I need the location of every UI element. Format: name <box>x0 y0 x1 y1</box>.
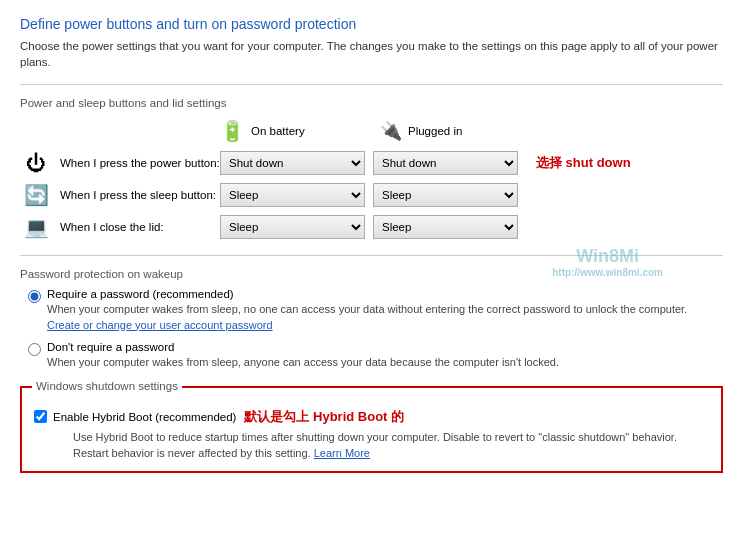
hybrid-boot-content: Enable Hybrid Boot (recommended) 默认是勾上 H… <box>53 408 709 461</box>
no-password-radio[interactable] <box>28 343 41 356</box>
password-section: Password protection on wakeup Require a … <box>20 268 723 370</box>
learn-more-link[interactable]: Learn More <box>314 447 370 459</box>
sleep-button-label: When I press the sleep button: <box>60 189 220 201</box>
lid-row: 💻 When I close the lid: Do nothing Sleep… <box>20 215 723 239</box>
no-password-desc: When your computer wakes from sleep, any… <box>47 355 559 370</box>
battery-column-header: 🔋 On battery <box>220 119 380 143</box>
windows-shutdown-title: Windows shutdown settings <box>32 380 182 392</box>
hybrid-boot-desc: Use Hybrid Boot to reduce startup times … <box>73 430 709 461</box>
lid-selects: Do nothing Sleep Hibernate Shut down Tur… <box>220 215 518 239</box>
section-divider-2 <box>20 255 723 256</box>
power-button-annotation: 选择 shut down <box>536 154 631 172</box>
watermark-line1: Win8Mi <box>552 246 663 267</box>
power-button-label: When I press the power button: <box>60 157 220 169</box>
sleep-button-battery-select[interactable]: Do nothing Sleep Hibernate Shut down Tur… <box>220 183 365 207</box>
lid-battery-select[interactable]: Do nothing Sleep Hibernate Shut down Tur… <box>220 215 365 239</box>
section-divider <box>20 84 723 85</box>
sleep-button-icon: 🔄 <box>20 183 52 207</box>
battery-label: On battery <box>251 125 305 137</box>
lid-icon: 💻 <box>20 215 52 239</box>
require-password-content: Require a password (recommended) When yo… <box>47 288 723 333</box>
hybrid-boot-checkbox[interactable] <box>34 410 47 423</box>
no-password-option: Don't require a password When your compu… <box>28 341 723 370</box>
require-password-option: Require a password (recommended) When yo… <box>28 288 723 333</box>
require-password-desc: When your computer wakes from sleep, no … <box>47 302 723 333</box>
require-password-radio[interactable] <box>28 290 41 303</box>
hybrid-boot-label: Enable Hybrid Boot (recommended) 默认是勾上 H… <box>53 408 709 426</box>
sleep-button-plugged-select[interactable]: Do nothing Sleep Hibernate Shut down Tur… <box>373 183 518 207</box>
require-password-title: Require a password (recommended) <box>47 288 723 300</box>
power-section-label: Power and sleep buttons and lid settings <box>20 97 723 109</box>
page-title: Define power buttons and turn on passwor… <box>20 16 723 32</box>
sleep-button-selects: Do nothing Sleep Hibernate Shut down Tur… <box>220 183 518 207</box>
power-button-battery-select[interactable]: Do nothing Sleep Hibernate Shut down Tur… <box>220 151 365 175</box>
power-header-row: 🔋 On battery 🔌 Plugged in <box>220 119 723 143</box>
power-button-row: ⏻ When I press the power button: Do noth… <box>20 151 723 175</box>
power-settings-section: Power and sleep buttons and lid settings… <box>20 97 723 239</box>
no-password-content: Don't require a password When your compu… <box>47 341 559 370</box>
lid-label: When I close the lid: <box>60 221 220 233</box>
battery-icon: 🔋 <box>220 119 245 143</box>
sleep-button-row: 🔄 When I press the sleep button: Do noth… <box>20 183 723 207</box>
radio-group: Require a password (recommended) When yo… <box>28 288 723 370</box>
windows-shutdown-section: Windows shutdown settings Enable Hybrid … <box>20 386 723 473</box>
hybrid-boot-annotation: 默认是勾上 Hybrid Boot 的 <box>244 408 404 426</box>
plugged-column-header: 🔌 Plugged in <box>380 120 540 142</box>
power-button-icon: ⏻ <box>20 152 52 175</box>
no-password-title: Don't require a password <box>47 341 559 353</box>
plugged-label: Plugged in <box>408 125 462 137</box>
page-description: Choose the power settings that you want … <box>20 38 723 70</box>
password-section-label: Password protection on wakeup <box>20 268 723 280</box>
lid-plugged-select[interactable]: Do nothing Sleep Hibernate Shut down Tur… <box>373 215 518 239</box>
power-button-plugged-select[interactable]: Do nothing Sleep Hibernate Shut down Tur… <box>373 151 518 175</box>
plugged-icon: 🔌 <box>380 120 402 142</box>
hybrid-boot-row: Enable Hybrid Boot (recommended) 默认是勾上 H… <box>34 408 709 461</box>
power-button-selects: Do nothing Sleep Hibernate Shut down Tur… <box>220 151 631 175</box>
create-password-link[interactable]: Create or change your user account passw… <box>47 319 273 331</box>
